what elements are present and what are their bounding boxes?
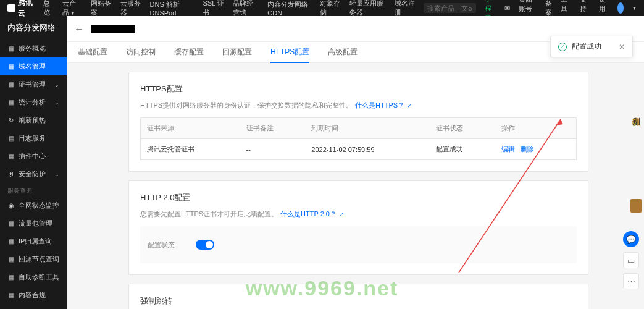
user-avatar[interactable] [617,2,624,14]
domain-name-redacted [91,25,135,33]
cert-expire: 2022-11-02 07:59:59 [305,139,430,160]
tab-access[interactable]: 访问控制 [126,42,156,62]
nav-products[interactable]: 云产品 [62,0,82,17]
https-help-link[interactable]: 什么是HTTPS？ [355,101,404,110]
sidebar-title: 内容分发网络 [0,16,67,40]
success-toast: ✓ 配置成功 ✕ [550,36,633,57]
cert-status: 配置成功 [430,139,495,160]
traffic-icon: ▦ [7,220,15,227]
sidebar-item-diag[interactable]: ▦自助诊断工具 [0,268,67,286]
nav-cos[interactable]: 对象存储 [320,0,341,17]
sidebar-collapse-toggle[interactable]: ≡ [0,304,67,309]
cert-table: 证书来源 证书备注 到期时间 证书状态 操作 腾讯云托管证书 -- 2022-1… [140,117,577,160]
cert-source: 腾讯云托管证书 [141,139,240,160]
monitor-icon: ◉ [7,202,15,210]
cert-ops: 编辑 删除 [495,139,577,160]
domain-icon: ▦ [7,63,15,70]
toast-close-button[interactable]: ✕ [619,43,625,51]
nav-beian[interactable]: 网站备案 [91,0,112,17]
sidebar-item-overview[interactable]: ▦服务概览 [0,40,67,57]
toast-text: 配置成功 [572,41,601,52]
sidebar-item-monitor[interactable]: ◉全网状态监控 [0,197,67,214]
sidebar-item-security[interactable]: ⛨安全防护 [0,165,67,183]
th-source: 证书来源 [141,118,240,139]
beian-link[interactable]: 备案 [545,0,553,17]
nav-overview[interactable]: 总览 [43,0,54,17]
sidebar-item-compliance[interactable]: ▦内容合规 [0,286,67,304]
sidebar-item-ip[interactable]: ▦IP归属查询 [0,232,67,250]
external-link-icon: ↗ [407,102,412,109]
brand-text: 腾讯云 [18,0,35,19]
tab-https[interactable]: HTTPS配置 [270,42,309,62]
brand-logo[interactable]: 腾讯云 [7,0,35,19]
sidebar: 内容分发网络 ▦服务概览 ▦域名管理 ▦证书管理 ▦统计分析 ↻刷新预热 ▤日志… [0,16,67,309]
http2-toggle[interactable] [196,240,214,250]
cert-icon: ▦ [7,81,15,88]
sidebar-item-log[interactable]: ▤日志服务 [0,129,67,147]
overview-icon: ▦ [7,45,15,53]
tab-origin[interactable]: 回源配置 [222,42,252,62]
sidebar-item-node[interactable]: ▦回源节点查询 [0,250,67,268]
th-ops: 操作 [495,118,577,139]
cert-delete-link[interactable]: 删除 [521,145,534,153]
https-config-card: HTTPS配置 HTTPS提供对网络服务器的身份认证，保护交换数据的隐私和完整性… [128,72,588,172]
fab-docs[interactable]: ▭ [623,252,639,268]
nav-brand[interactable]: 品牌经营馆 [233,0,259,17]
content-scroll[interactable]: HTTPS配置 HTTPS提供对网络服务器的身份认证，保护交换数据的隐私和完整性… [67,63,644,309]
nav-cvm[interactable]: 云服务器 [120,0,141,17]
shield-icon: ⛨ [7,171,15,178]
https-card-desc: HTTPS提供对网络服务器的身份认证，保护交换数据的隐私和完整性。 什么是HTT… [140,101,577,110]
plugin-icon: ▦ [7,153,15,160]
header-search[interactable]: ⌕ [424,3,476,13]
stats-icon: ▦ [7,99,15,106]
redirect-card: 强制跳转 根据配置将用户访问强制跳转为 Https 或 Http。 什么是 Ht… [128,284,588,309]
http2-help-link[interactable]: 什么是HTTP 2.0？ [280,210,337,219]
nav-lighthouse[interactable]: 轻量应用服务器 [349,0,386,17]
http2-title: HTTP 2.0配置 [140,192,577,203]
search-input[interactable] [427,4,468,12]
sidebar-item-stats[interactable]: ▦统计分析 [0,93,67,111]
fab-chat[interactable]: 💬 [623,231,639,247]
mail-icon[interactable]: ✉ [504,4,510,12]
nav-cdn[interactable]: 内容分发网络 CDN [267,0,311,17]
sidebar-section-query: 服务查询 [0,183,67,197]
node-icon: ▦ [7,256,15,263]
tab-basic[interactable]: 基础配置 [78,42,107,62]
nav-dns[interactable]: DNS 解析 DNSPod [150,0,194,17]
account-dropdown-icon[interactable]: ▼ [632,6,637,11]
search-icon[interactable]: ⌕ [468,4,472,12]
sidebar-item-traffic[interactable]: ▦流量包管理 [0,214,67,232]
th-remark: 证书备注 [240,118,306,139]
sidebar-item-domain[interactable]: ▦域名管理 [0,57,67,75]
cert-remark: -- [240,139,306,160]
sidebar-item-plugin[interactable]: ▦插件中心 [0,147,67,165]
top-header: 腾讯云 总览 云产品 网站备案 云服务器 DNS 解析 DNSPod SSL 证… [0,0,644,16]
http2-desc: 您需要先配置HTTPS证书才可开启此项配置。 什么是HTTP 2.0？ ↗ [140,210,577,219]
cert-row: 腾讯云托管证书 -- 2022-11-02 07:59:59 配置成功 编辑 删… [141,139,577,160]
diag-icon: ▦ [7,274,15,281]
trash-icon[interactable] [630,199,642,213]
th-status: 证书状态 [430,118,495,139]
http2-card: HTTP 2.0配置 您需要先配置HTTPS证书才可开启此项配置。 什么是HTT… [128,180,588,275]
refresh-icon: ↻ [7,117,15,124]
cloud-icon [7,4,15,12]
fab-feedback[interactable]: ⋯ [623,273,639,289]
log-icon: ▤ [7,135,15,142]
success-icon: ✓ [558,43,567,51]
nav-ssl[interactable]: SSL 证书 [203,0,224,17]
floating-actions: 💬 ▭ ⋯ [623,231,639,289]
tab-cache[interactable]: 缓存配置 [174,42,204,62]
back-button[interactable]: ← [74,23,84,35]
tab-advanced[interactable]: 高级配置 [328,42,358,62]
https-card-title: HTTPS配置 [140,83,577,95]
cert-edit-link[interactable]: 编辑 [501,145,515,153]
sidebar-item-cert[interactable]: ▦证书管理 [0,75,67,93]
sidebar-item-refresh[interactable]: ↻刷新预热 [0,111,67,129]
nav-domain[interactable]: 域名注册 [395,0,416,17]
main-panel: ← 基础配置 访问控制 缓存配置 回源配置 HTTPS配置 高级配置 HTTPS… [67,16,644,309]
redirect-title: 强制跳转 [140,295,577,307]
ip-icon: ▦ [7,238,15,245]
compliance-icon: ▦ [7,292,15,299]
external-link-icon: ↗ [339,211,344,218]
http2-status-label: 配置状态 [148,240,178,250]
